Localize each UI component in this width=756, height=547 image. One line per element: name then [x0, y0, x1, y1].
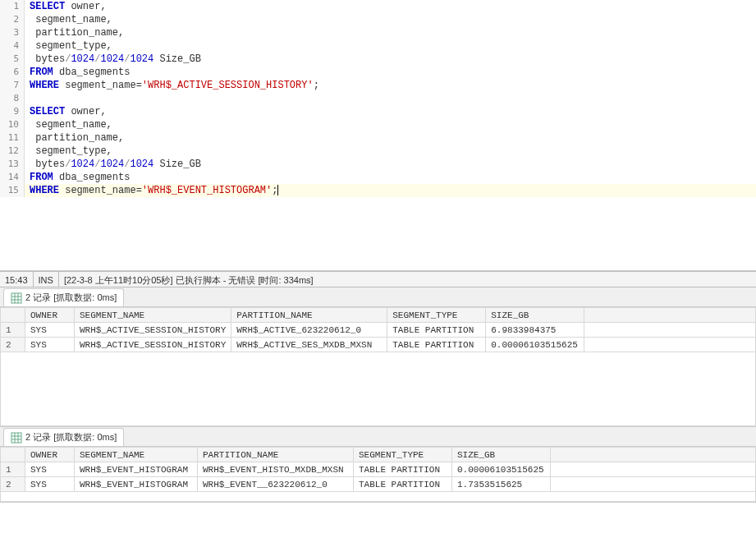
- col-partition-name[interactable]: PARTITION_NAME: [231, 308, 387, 323]
- cell-partition-name[interactable]: WRH$_EVENT__623220612_0: [198, 477, 354, 492]
- cell-owner[interactable]: SYS: [25, 462, 75, 477]
- code-line[interactable]: 13 bytes/1024/1024/1024 Size_GB: [0, 158, 756, 171]
- code-line[interactable]: 15WHERE segment_name='WRH$_EVENT_HISTOGR…: [0, 184, 756, 197]
- code-content[interactable]: segment_name,: [25, 13, 112, 26]
- line-number: 11: [0, 131, 25, 145]
- code-line[interactable]: 12 segment_type,: [0, 145, 756, 158]
- cell-size-gb[interactable]: 6.9833984375: [486, 323, 584, 338]
- code-content[interactable]: segment_type,: [25, 39, 112, 53]
- result2-tabstrip: 2 记录 [抓取数据: 0ms]: [0, 427, 756, 447]
- code-line[interactable]: 8: [0, 92, 756, 105]
- col-segment-name[interactable]: SEGMENT_NAME: [75, 308, 231, 323]
- line-number: 7: [0, 79, 25, 92]
- result2-empty-area: [0, 492, 756, 502]
- code-content[interactable]: partition_name,: [25, 26, 124, 39]
- result1-tab[interactable]: 2 记录 [抓取数据: 0ms]: [3, 288, 124, 306]
- table-row[interactable]: 1SYSWRH$_EVENT_HISTOGRAMWRH$_EVENT_HISTO…: [1, 462, 756, 477]
- grid-icon: [11, 432, 22, 444]
- cell-owner[interactable]: SYS: [25, 323, 75, 338]
- result-panel-2: 2 记录 [抓取数据: 0ms] OWNER SEGMENT_NAME PART…: [0, 427, 756, 503]
- code-content[interactable]: SELECT owner,: [25, 0, 107, 13]
- result2-tab[interactable]: 2 记录 [抓取数据: 0ms]: [3, 428, 124, 446]
- col-segment-type[interactable]: SEGMENT_TYPE: [387, 308, 486, 323]
- line-number: 5: [0, 53, 25, 66]
- code-line[interactable]: 7WHERE segment_name='WRH$_ACTIVE_SESSION…: [0, 79, 756, 92]
- code-line[interactable]: 4 segment_type,: [0, 39, 756, 53]
- line-number: 1: [0, 0, 25, 13]
- code-content[interactable]: FROM dba_segments: [25, 171, 130, 184]
- cell-partition-name[interactable]: WRH$_EVENT_HISTO_MXDB_MXSN: [198, 462, 354, 477]
- code-line[interactable]: 6FROM dba_segments: [0, 66, 756, 79]
- cell-filler: [584, 323, 756, 338]
- rownum-header: [1, 448, 25, 462]
- result1-header-row: OWNER SEGMENT_NAME PARTITION_NAME SEGMEN…: [1, 308, 756, 323]
- code-content[interactable]: WHERE segment_name='WRH$_ACTIVE_SESSION_…: [25, 79, 319, 92]
- line-number: 9: [0, 105, 25, 118]
- row-number: 2: [1, 477, 25, 492]
- result1-tab-label: 2 记录 [抓取数据: 0ms]: [25, 292, 117, 304]
- cell-owner[interactable]: SYS: [25, 338, 75, 352]
- code-line[interactable]: 14FROM dba_segments: [0, 171, 756, 184]
- result2-grid[interactable]: OWNER SEGMENT_NAME PARTITION_NAME SEGMEN…: [0, 447, 756, 502]
- line-number: 10: [0, 118, 25, 131]
- row-number: 1: [1, 323, 25, 338]
- code-content[interactable]: segment_name,: [25, 118, 112, 131]
- cell-partition-name[interactable]: WRH$_ACTIVE_SES_MXDB_MXSN: [231, 338, 387, 352]
- col-owner[interactable]: OWNER: [25, 448, 75, 462]
- cell-segment-type[interactable]: TABLE PARTITION: [387, 323, 486, 338]
- code-content[interactable]: bytes/1024/1024/1024 Size_GB: [25, 158, 201, 171]
- cell-filler: [551, 462, 756, 477]
- col-filler: [584, 308, 756, 323]
- cell-size-gb[interactable]: 0.00006103515625: [486, 338, 584, 352]
- col-segment-type[interactable]: SEGMENT_TYPE: [354, 448, 452, 462]
- cell-segment-name[interactable]: WRH$_ACTIVE_SESSION_HISTORY: [75, 323, 231, 338]
- cell-segment-name[interactable]: WRH$_EVENT_HISTOGRAM: [75, 462, 198, 477]
- line-number: 12: [0, 145, 25, 158]
- cell-partition-name[interactable]: WRH$_ACTIVE_623220612_0: [231, 323, 387, 338]
- cell-size-gb[interactable]: 1.7353515625: [452, 477, 551, 492]
- status-message: [22-3-8 上午11时10分05秒] 已执行脚本 - 无错误 [时间: 33…: [59, 272, 756, 287]
- cell-size-gb[interactable]: 0.00006103515625: [452, 462, 551, 477]
- line-number: 15: [0, 184, 25, 197]
- col-size-gb[interactable]: SIZE_GB: [486, 308, 584, 323]
- cell-segment-type[interactable]: TABLE PARTITION: [354, 477, 452, 492]
- code-content[interactable]: WHERE segment_name='WRH$_EVENT_HISTOGRAM…: [25, 184, 278, 197]
- grid-icon: [11, 292, 22, 304]
- code-content[interactable]: bytes/1024/1024/1024 Size_GB: [25, 53, 201, 66]
- result1-grid[interactable]: OWNER SEGMENT_NAME PARTITION_NAME SEGMEN…: [0, 307, 756, 426]
- col-owner[interactable]: OWNER: [25, 308, 75, 323]
- table-row[interactable]: 1SYSWRH$_ACTIVE_SESSION_HISTORYWRH$_ACTI…: [1, 323, 756, 338]
- code-content[interactable]: SELECT owner,: [25, 105, 107, 118]
- code-line[interactable]: 1SELECT owner,: [0, 0, 756, 13]
- cell-segment-name[interactable]: WRH$_EVENT_HISTOGRAM: [75, 477, 198, 492]
- table-row[interactable]: 2SYSWRH$_EVENT_HISTOGRAMWRH$_EVENT__6232…: [1, 477, 756, 492]
- result1-empty-area: [0, 352, 756, 426]
- code-content[interactable]: segment_type,: [25, 145, 112, 158]
- code-line[interactable]: 10 segment_name,: [0, 118, 756, 131]
- cell-segment-name[interactable]: WRH$_ACTIVE_SESSION_HISTORY: [75, 338, 231, 352]
- row-number: 1: [1, 462, 25, 477]
- code-line[interactable]: 5 bytes/1024/1024/1024 Size_GB: [0, 53, 756, 66]
- line-number: 14: [0, 171, 25, 184]
- col-segment-name[interactable]: SEGMENT_NAME: [75, 448, 198, 462]
- code-content[interactable]: [25, 92, 30, 105]
- table-row[interactable]: 2SYSWRH$_ACTIVE_SESSION_HISTORYWRH$_ACTI…: [1, 338, 756, 352]
- cell-segment-type[interactable]: TABLE PARTITION: [354, 462, 452, 477]
- cell-segment-type[interactable]: TABLE PARTITION: [387, 338, 486, 352]
- result2-tab-label: 2 记录 [抓取数据: 0ms]: [25, 431, 117, 444]
- code-content[interactable]: FROM dba_segments: [25, 66, 130, 79]
- code-line[interactable]: 11 partition_name,: [0, 131, 756, 145]
- code-content[interactable]: partition_name,: [25, 131, 124, 145]
- col-size-gb[interactable]: SIZE_GB: [452, 448, 551, 462]
- col-partition-name[interactable]: PARTITION_NAME: [198, 448, 354, 462]
- cell-owner[interactable]: SYS: [25, 477, 75, 492]
- line-number: 2: [0, 13, 25, 26]
- code-line[interactable]: 3 partition_name,: [0, 26, 756, 39]
- insert-mode: INS: [34, 272, 59, 287]
- cell-filler: [584, 338, 756, 352]
- code-line[interactable]: 2 segment_name,: [0, 13, 756, 26]
- cell-filler: [551, 477, 756, 492]
- result1-tabstrip: 2 记录 [抓取数据: 0ms]: [0, 287, 756, 307]
- sql-editor[interactable]: 1SELECT owner,2 segment_name,3 partition…: [0, 0, 756, 271]
- code-line[interactable]: 9SELECT owner,: [0, 105, 756, 118]
